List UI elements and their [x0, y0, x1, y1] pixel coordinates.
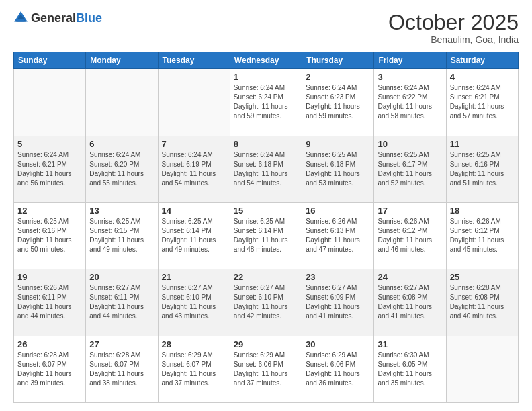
calendar-cell: 14Sunrise: 6:25 AM Sunset: 6:14 PM Dayli…: [158, 202, 230, 269]
day-number: 24: [378, 272, 442, 282]
calendar-cell: 21Sunrise: 6:27 AM Sunset: 6:10 PM Dayli…: [158, 269, 230, 336]
day-info: Sunrise: 6:29 AM Sunset: 6:06 PM Dayligh…: [234, 351, 298, 388]
calendar-week-row: 12Sunrise: 6:25 AM Sunset: 6:16 PM Dayli…: [14, 202, 519, 269]
day-number: 1: [234, 72, 298, 82]
calendar-week-row: 26Sunrise: 6:28 AM Sunset: 6:07 PM Dayli…: [14, 336, 519, 402]
calendar-cell: 17Sunrise: 6:26 AM Sunset: 6:12 PM Dayli…: [374, 202, 446, 269]
calendar-cell: [158, 69, 230, 136]
day-number: 18: [450, 205, 515, 216]
day-info: Sunrise: 6:30 AM Sunset: 6:05 PM Dayligh…: [378, 351, 442, 388]
calendar-cell: 10Sunrise: 6:25 AM Sunset: 6:17 PM Dayli…: [374, 136, 446, 202]
day-info: Sunrise: 6:24 AM Sunset: 6:23 PM Dayligh…: [306, 83, 370, 121]
day-number: 2: [306, 72, 370, 82]
calendar-cell: 15Sunrise: 6:25 AM Sunset: 6:14 PM Dayli…: [230, 202, 302, 269]
calendar-cell: [446, 336, 518, 402]
day-number: 5: [17, 139, 82, 149]
day-number: 22: [234, 272, 298, 282]
day-info: Sunrise: 6:25 AM Sunset: 6:15 PM Dayligh…: [89, 217, 154, 255]
day-info: Sunrise: 6:27 AM Sunset: 6:08 PM Dayligh…: [378, 283, 442, 321]
day-number: 9: [306, 139, 370, 149]
calendar-cell: 30Sunrise: 6:29 AM Sunset: 6:06 PM Dayli…: [302, 336, 374, 402]
weekday-header-sunday: Sunday: [14, 52, 86, 69]
calendar-cell: 26Sunrise: 6:28 AM Sunset: 6:07 PM Dayli…: [14, 336, 86, 402]
calendar-cell: 11Sunrise: 6:25 AM Sunset: 6:16 PM Dayli…: [446, 136, 518, 202]
day-number: 23: [306, 272, 370, 282]
calendar-cell: 18Sunrise: 6:26 AM Sunset: 6:12 PM Dayli…: [446, 202, 518, 269]
calendar-cell: 24Sunrise: 6:27 AM Sunset: 6:08 PM Dayli…: [374, 269, 446, 336]
weekday-header-friday: Friday: [374, 52, 446, 69]
weekday-header-monday: Monday: [86, 52, 158, 69]
day-info: Sunrise: 6:28 AM Sunset: 6:07 PM Dayligh…: [89, 351, 154, 388]
day-info: Sunrise: 6:27 AM Sunset: 6:11 PM Dayligh…: [89, 283, 154, 321]
day-info: Sunrise: 6:25 AM Sunset: 6:17 PM Dayligh…: [378, 150, 442, 188]
calendar-cell: 13Sunrise: 6:25 AM Sunset: 6:15 PM Dayli…: [86, 202, 158, 269]
logo-icon: [13, 11, 28, 26]
svg-rect-2: [17, 19, 25, 21]
calendar-cell: 16Sunrise: 6:26 AM Sunset: 6:13 PM Dayli…: [302, 202, 374, 269]
weekday-header-wednesday: Wednesday: [230, 52, 302, 69]
day-number: 6: [89, 139, 154, 149]
day-number: 10: [378, 139, 442, 149]
day-info: Sunrise: 6:26 AM Sunset: 6:12 PM Dayligh…: [450, 217, 515, 255]
day-number: 11: [450, 139, 515, 149]
day-number: 15: [234, 205, 298, 216]
day-number: 8: [234, 139, 298, 149]
day-number: 20: [89, 272, 154, 282]
calendar-cell: 4Sunrise: 6:24 AM Sunset: 6:21 PM Daylig…: [446, 69, 518, 136]
month-title: October 2025: [388, 11, 519, 34]
calendar-table: SundayMondayTuesdayWednesdayThursdayFrid…: [13, 52, 519, 403]
day-number: 30: [306, 339, 370, 349]
day-info: Sunrise: 6:28 AM Sunset: 6:07 PM Dayligh…: [17, 351, 82, 388]
day-number: 12: [17, 205, 82, 216]
calendar-week-row: 5Sunrise: 6:24 AM Sunset: 6:21 PM Daylig…: [14, 136, 519, 202]
calendar-cell: 23Sunrise: 6:27 AM Sunset: 6:09 PM Dayli…: [302, 269, 374, 336]
calendar-cell: 29Sunrise: 6:29 AM Sunset: 6:06 PM Dayli…: [230, 336, 302, 402]
day-number: 25: [450, 272, 515, 282]
day-number: 13: [89, 205, 154, 216]
calendar-cell: 3Sunrise: 6:24 AM Sunset: 6:22 PM Daylig…: [374, 69, 446, 136]
calendar-cell: [14, 69, 86, 136]
day-info: Sunrise: 6:27 AM Sunset: 6:10 PM Dayligh…: [234, 283, 298, 321]
day-number: 7: [162, 139, 226, 149]
weekday-header-tuesday: Tuesday: [158, 52, 230, 69]
day-number: 29: [234, 339, 298, 349]
calendar-cell: 20Sunrise: 6:27 AM Sunset: 6:11 PM Dayli…: [86, 269, 158, 336]
weekday-header-thursday: Thursday: [302, 52, 374, 69]
day-info: Sunrise: 6:25 AM Sunset: 6:14 PM Dayligh…: [162, 217, 226, 255]
calendar-cell: 31Sunrise: 6:30 AM Sunset: 6:05 PM Dayli…: [374, 336, 446, 402]
logo-blue: Blue: [76, 11, 102, 25]
day-info: Sunrise: 6:28 AM Sunset: 6:08 PM Dayligh…: [450, 283, 515, 321]
title-area: October 2025 Benaulim, Goa, India: [388, 11, 519, 45]
day-number: 26: [17, 339, 82, 349]
calendar-cell: 5Sunrise: 6:24 AM Sunset: 6:21 PM Daylig…: [14, 136, 86, 202]
calendar-cell: 28Sunrise: 6:29 AM Sunset: 6:07 PM Dayli…: [158, 336, 230, 402]
calendar-cell: 12Sunrise: 6:25 AM Sunset: 6:16 PM Dayli…: [14, 202, 86, 269]
day-info: Sunrise: 6:27 AM Sunset: 6:09 PM Dayligh…: [306, 283, 370, 321]
day-info: Sunrise: 6:24 AM Sunset: 6:22 PM Dayligh…: [378, 83, 442, 121]
day-info: Sunrise: 6:25 AM Sunset: 6:18 PM Dayligh…: [306, 150, 370, 188]
calendar-cell: 27Sunrise: 6:28 AM Sunset: 6:07 PM Dayli…: [86, 336, 158, 402]
day-info: Sunrise: 6:24 AM Sunset: 6:21 PM Dayligh…: [17, 150, 82, 188]
day-number: 3: [378, 72, 442, 82]
calendar-cell: 8Sunrise: 6:24 AM Sunset: 6:18 PM Daylig…: [230, 136, 302, 202]
day-info: Sunrise: 6:24 AM Sunset: 6:24 PM Dayligh…: [234, 83, 298, 121]
day-info: Sunrise: 6:26 AM Sunset: 6:11 PM Dayligh…: [17, 283, 82, 321]
calendar-cell: 6Sunrise: 6:24 AM Sunset: 6:20 PM Daylig…: [86, 136, 158, 202]
day-number: 17: [378, 205, 442, 216]
day-info: Sunrise: 6:25 AM Sunset: 6:16 PM Dayligh…: [450, 150, 515, 188]
logo: GeneralBlue: [13, 11, 102, 26]
day-info: Sunrise: 6:29 AM Sunset: 6:07 PM Dayligh…: [162, 351, 226, 388]
day-info: Sunrise: 6:24 AM Sunset: 6:20 PM Dayligh…: [89, 150, 154, 188]
calendar-cell: 1Sunrise: 6:24 AM Sunset: 6:24 PM Daylig…: [230, 69, 302, 136]
day-info: Sunrise: 6:24 AM Sunset: 6:18 PM Dayligh…: [234, 150, 298, 188]
day-info: Sunrise: 6:29 AM Sunset: 6:06 PM Dayligh…: [306, 351, 370, 388]
day-number: 16: [306, 205, 370, 216]
day-info: Sunrise: 6:26 AM Sunset: 6:12 PM Dayligh…: [378, 217, 442, 255]
day-info: Sunrise: 6:24 AM Sunset: 6:21 PM Dayligh…: [450, 83, 515, 121]
day-number: 21: [162, 272, 226, 282]
day-number: 14: [162, 205, 226, 216]
weekday-header-row: SundayMondayTuesdayWednesdayThursdayFrid…: [14, 52, 519, 69]
calendar-cell: 7Sunrise: 6:24 AM Sunset: 6:19 PM Daylig…: [158, 136, 230, 202]
calendar-cell: 9Sunrise: 6:25 AM Sunset: 6:18 PM Daylig…: [302, 136, 374, 202]
day-info: Sunrise: 6:26 AM Sunset: 6:13 PM Dayligh…: [306, 217, 370, 255]
